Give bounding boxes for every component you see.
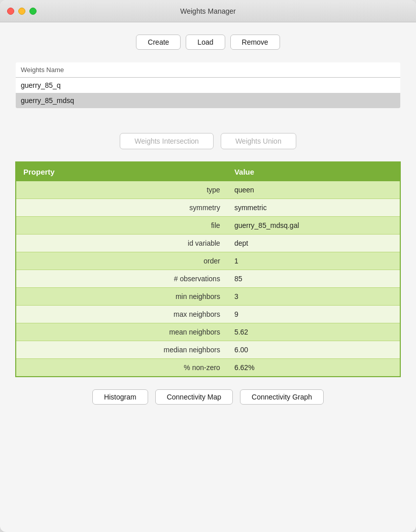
create-button[interactable]: Create bbox=[136, 35, 181, 50]
minimize-button[interactable] bbox=[18, 8, 25, 15]
titlebar: Weights Manager bbox=[0, 0, 416, 22]
property-value: 6.62% bbox=[227, 359, 400, 377]
weights-list-item[interactable]: guerry_85_mdsq bbox=[16, 93, 401, 109]
action-buttons: Weights Intersection Weights Union bbox=[15, 133, 401, 149]
bottom-toolbar: Histogram Connectivity Map Connectivity … bbox=[15, 389, 401, 405]
property-name: min neighbors bbox=[16, 288, 227, 306]
traffic-lights bbox=[7, 8, 37, 15]
property-value: queen bbox=[227, 181, 400, 199]
property-col-header: Property bbox=[16, 162, 227, 181]
content-area: Create Load Remove Weights Name guerry_8… bbox=[0, 22, 416, 532]
value-col-header: Value bbox=[227, 162, 400, 181]
property-value: 1 bbox=[227, 252, 400, 270]
weights-name-header: Weights Name bbox=[16, 62, 401, 78]
window-title: Weights Manager bbox=[180, 7, 235, 15]
weights-union-button[interactable]: Weights Union bbox=[221, 133, 296, 149]
connectivity-map-button[interactable]: Connectivity Map bbox=[155, 389, 233, 405]
property-value: symmetric bbox=[227, 199, 400, 217]
property-name: symmetry bbox=[16, 199, 227, 217]
property-value: guerry_85_mdsq.gal bbox=[227, 217, 400, 235]
property-value: 9 bbox=[227, 306, 400, 323]
property-name: type bbox=[16, 181, 227, 199]
property-name: % non-zero bbox=[16, 359, 227, 377]
property-value: dept bbox=[227, 235, 400, 252]
property-value: 6.00 bbox=[227, 341, 400, 359]
load-button[interactable]: Load bbox=[186, 35, 225, 50]
property-name: max neighbors bbox=[16, 306, 227, 323]
remove-button[interactable]: Remove bbox=[230, 35, 280, 50]
property-name: mean neighbors bbox=[16, 323, 227, 341]
maximize-button[interactable] bbox=[29, 8, 37, 15]
property-name: id variable bbox=[16, 235, 227, 252]
property-name: # observations bbox=[16, 270, 227, 288]
property-value: 85 bbox=[227, 270, 400, 288]
weights-list-item[interactable]: guerry_85_q bbox=[16, 78, 401, 93]
weights-list-table: Weights Name guerry_85_qguerry_85_mdsq bbox=[15, 62, 401, 109]
property-value: 5.62 bbox=[227, 323, 400, 341]
main-toolbar: Create Load Remove bbox=[15, 35, 401, 50]
property-name: file bbox=[16, 217, 227, 235]
main-window: Weights Manager Create Load Remove Weigh… bbox=[0, 0, 416, 532]
property-name: order bbox=[16, 252, 227, 270]
connectivity-graph-button[interactable]: Connectivity Graph bbox=[240, 389, 324, 405]
properties-table: Property Value typequeensymmetrysymmetri… bbox=[15, 161, 401, 377]
weights-intersection-button[interactable]: Weights Intersection bbox=[120, 133, 214, 149]
histogram-button[interactable]: Histogram bbox=[92, 389, 148, 405]
property-name: median neighbors bbox=[16, 341, 227, 359]
property-value: 3 bbox=[227, 288, 400, 306]
close-button[interactable] bbox=[7, 8, 14, 15]
